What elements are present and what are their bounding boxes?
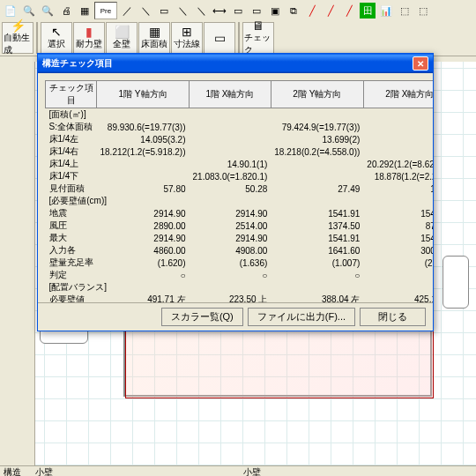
output-button[interactable]: ファイルに出力(F)...: [248, 308, 355, 326]
dialog-body: チェック項目1階 Y軸方向1階 X軸方向2階 Y軸方向2階 X軸方向 [面積(㎡…: [38, 73, 433, 302]
layer2-icon[interactable]: ╱: [322, 2, 339, 19]
zoom-out-icon[interactable]: 🔍: [39, 2, 56, 19]
line1-icon[interactable]: ／: [118, 2, 136, 19]
table-row: 床1/4左14.095(3.2)13.699(2): [46, 133, 434, 145]
auto-gen-button[interactable]: ⚡自動生成: [2, 22, 33, 54]
dim-icon[interactable]: ⟷: [211, 2, 228, 19]
copy-icon[interactable]: ⧉: [285, 2, 302, 19]
status-bar: 構造 小壁 小壁: [0, 465, 476, 476]
scalar-button[interactable]: スカラー覧(Q): [161, 308, 243, 326]
line3-icon[interactable]: ＼: [174, 2, 191, 19]
zoom-in-icon[interactable]: 🔍: [20, 2, 38, 19]
table-row: 入力各4860.004908.001641.603004.80: [46, 244, 434, 257]
col-header: 2階 Y軸方向: [271, 81, 363, 108]
status-right: 小壁: [243, 466, 261, 476]
section-header: [面積(㎡)]: [46, 108, 434, 122]
box2-icon[interactable]: ▭: [248, 2, 265, 19]
print-icon[interactable]: 🖨: [57, 2, 75, 19]
table-row: 必要壁値491.71 左223.50 上388.04 左425.17 上: [46, 294, 434, 302]
line2-icon[interactable]: ＼: [137, 2, 154, 19]
col-header: 2階 X軸方向: [363, 81, 433, 108]
section-header: [必要壁値(cm)]: [46, 195, 434, 207]
dim-button[interactable]: ⊞寸法線: [171, 22, 203, 54]
col-header: 1階 X軸方向: [190, 81, 271, 108]
col-header: 1階 Y軸方向: [97, 81, 190, 108]
tbl-icon[interactable]: 田: [359, 2, 376, 19]
structure-check-dialog: 構造チェック項目 ✕ チェック項目1階 Y軸方向1階 X軸方向2階 Y軸方向2階…: [37, 53, 434, 331]
table-row: 壁量充足率(1.620)(1.636)(1.007)(2.007): [46, 257, 434, 269]
all-wall-button[interactable]: ⬜全壁: [106, 22, 138, 54]
blank-button[interactable]: ▭: [204, 22, 235, 54]
area-icon[interactable]: ▣: [266, 2, 284, 19]
table-row: 風圧2890.002514.001374.50877.00: [46, 219, 434, 232]
table-row: 床1/4下21.083.0(=1.820.1)18.878(1.2(=2.211…: [46, 170, 434, 182]
box1-icon[interactable]: ▭: [229, 2, 247, 19]
table-row: 地震2914.902914.901541.911541.91: [46, 207, 434, 219]
table-row: S:全体面積89.930.6(=19.77(3))79.424.9(=19.77…: [46, 121, 434, 133]
layer3-icon[interactable]: ╱: [340, 2, 358, 19]
table-row: 床1/4上14.90.1(1)20.292(1.2(=8.629.0)): [46, 158, 434, 170]
wall-button[interactable]: ▮耐力壁: [73, 22, 105, 54]
opt2-icon[interactable]: ⬚: [414, 2, 432, 19]
floor-button[interactable]: ▦床面積: [138, 22, 170, 54]
table-row: 最大2914.902914.901541.911541.91: [46, 232, 434, 244]
rect-icon[interactable]: ▭: [155, 2, 173, 19]
check-button[interactable]: 🖥チェック: [242, 22, 274, 54]
layer1-icon[interactable]: ╱: [303, 2, 321, 19]
table-row: 見付面積57.8050.2827.4917.14: [46, 182, 434, 195]
status-mid: 小壁: [35, 466, 53, 476]
line4-icon[interactable]: ＼: [192, 2, 210, 19]
col-header: チェック項目: [46, 81, 97, 108]
status-left: 構造: [4, 466, 21, 476]
close-icon[interactable]: ✕: [413, 56, 428, 71]
dialog-footer: スカラー覧(Q) ファイルに出力(F)... 閉じる: [38, 302, 433, 331]
opt1-icon[interactable]: ⬚: [396, 2, 413, 19]
dialog-title: 構造チェック項目: [42, 57, 113, 70]
grid-icon[interactable]: ▦: [76, 2, 93, 19]
car-outline-2: [443, 256, 469, 309]
table-row: 判定○○○○: [46, 269, 434, 281]
section-header: [配置バランス]: [46, 281, 434, 294]
pre-btn[interactable]: Pre: [94, 2, 117, 19]
close-button[interactable]: 閉じる: [360, 308, 426, 326]
left-panel: [0, 62, 35, 465]
select-button[interactable]: ↖選択: [41, 22, 72, 54]
main-toolbar: 📄 🔍 🔍 🖨 ▦ Pre ／ ＼ ▭ ＼ ＼ ⟷ ▭ ▭ ▣ ⧉ ╱ ╱ ╱ …: [0, 0, 476, 56]
table-row: 床1/4右18.212(1.2(=5.918.2))18.218(0.2(=4.…: [46, 145, 434, 158]
check-table: チェック項目1階 Y軸方向1階 X軸方向2階 Y軸方向2階 X軸方向 [面積(㎡…: [45, 80, 433, 302]
dialog-titlebar[interactable]: 構造チェック項目 ✕: [38, 54, 433, 73]
chart-icon[interactable]: 📊: [377, 2, 395, 19]
new-icon[interactable]: 📄: [2, 2, 19, 19]
